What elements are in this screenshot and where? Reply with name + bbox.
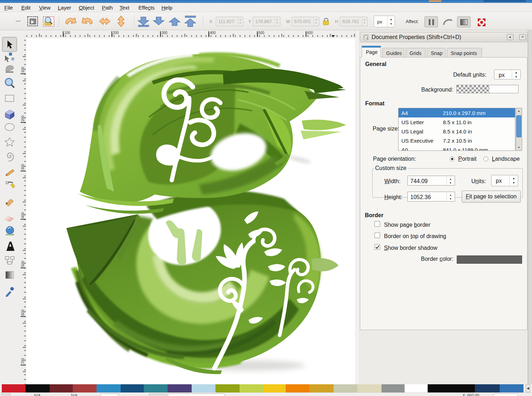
svg-text:100: 100 bbox=[64, 31, 70, 35]
svg-text:100: 100 bbox=[21, 67, 25, 73]
svg-text:300: 300 bbox=[21, 164, 25, 170]
svg-text:W: W bbox=[286, 19, 290, 24]
svg-text:600: 600 bbox=[307, 31, 313, 35]
svg-text:H: H bbox=[335, 19, 338, 24]
svg-text:700: 700 bbox=[21, 358, 25, 364]
svg-text:300: 300 bbox=[161, 31, 168, 35]
svg-text:400: 400 bbox=[21, 212, 25, 218]
svg-text:500: 500 bbox=[258, 31, 264, 35]
svg-text:200: 200 bbox=[21, 115, 25, 121]
svg-text:X: X bbox=[209, 19, 212, 24]
svg-text:Y: Y bbox=[248, 19, 251, 24]
svg-text:500: 500 bbox=[21, 261, 25, 267]
svg-text:400: 400 bbox=[210, 31, 216, 35]
svg-text:200: 200 bbox=[113, 31, 119, 35]
svg-text:600: 600 bbox=[21, 309, 25, 315]
